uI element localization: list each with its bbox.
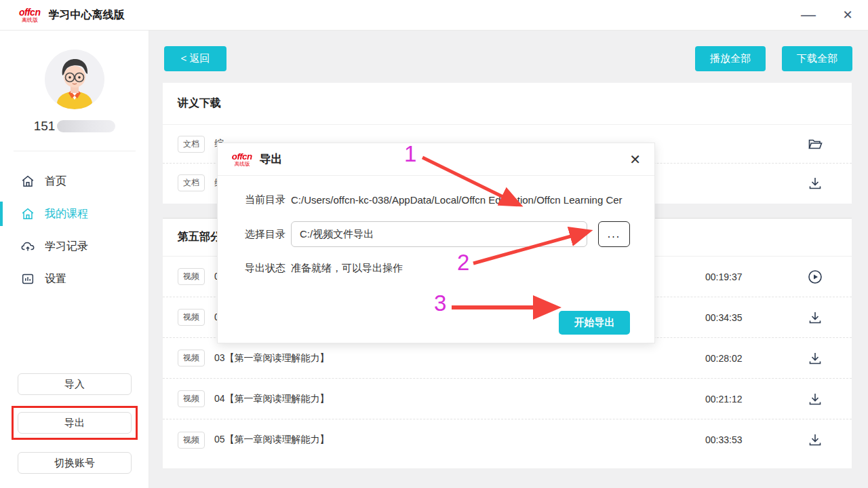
home-icon (20, 174, 35, 189)
play-circle-icon[interactable] (807, 269, 823, 285)
export-status-value: 准备就绪，可以导出操作 (291, 262, 403, 275)
video-label: 03【第一章阅读理解能力】 (214, 352, 705, 364)
avatar-illustration (45, 50, 104, 109)
video-duration: 00:28:02 (705, 353, 753, 364)
sidebar-item-settings[interactable]: 设置 (0, 263, 149, 295)
export-highlight-box: 导出 (12, 406, 138, 440)
import-button[interactable]: 导入 (18, 373, 132, 395)
video-badge: 视频 (178, 390, 205, 407)
sidebar-item-study-records[interactable]: 学习记录 (0, 230, 149, 263)
sidebar: 151 首页 我的课程 学习记录 (0, 31, 149, 488)
offcn-logo-text: offcn (232, 152, 252, 161)
user-phone: 151 (0, 119, 149, 134)
sidebar-item-label: 学习记录 (45, 240, 88, 254)
video-duration: 00:19:37 (705, 271, 753, 282)
video-duration: 00:33:53 (705, 434, 753, 445)
settings-panel-icon (20, 271, 35, 286)
select-directory-label: 选择目录 (245, 228, 288, 241)
app-title: 学习中心离线版 (48, 8, 124, 22)
titlebar: offcn 离线版 学习中心离线版 — ✕ (0, 0, 868, 31)
sidebar-item-label: 我的课程 (45, 207, 88, 221)
step-2-arrow (468, 224, 597, 271)
sidebar-divider (14, 151, 136, 151)
open-folder-icon[interactable] (807, 136, 823, 152)
home-icon-active (20, 206, 35, 221)
download-icon[interactable] (807, 391, 823, 407)
offcn-logo-subtext: 离线版 (234, 162, 250, 167)
video-badge: 视频 (178, 432, 205, 449)
sidebar-nav: 首页 我的课程 学习记录 设置 (0, 165, 149, 295)
switch-account-button[interactable]: 切换账号 (18, 452, 132, 474)
offcn-logo-text: offcn (19, 7, 40, 17)
dialog-close-icon[interactable]: ✕ (629, 153, 641, 166)
video-duration: 00:34:35 (705, 312, 753, 323)
step-1-arrow (417, 151, 526, 213)
step-1-number: 1 (404, 141, 416, 167)
offcn-logo-subtext: 离线版 (22, 18, 38, 23)
export-dialog-title: 导出 (259, 151, 282, 167)
app-window: offcn 离线版 学习中心离线版 — ✕ (0, 0, 868, 488)
step-3-arrow (448, 299, 559, 316)
video-badge: 视频 (178, 309, 205, 326)
download-icon[interactable] (807, 350, 823, 367)
export-button[interactable]: 导出 (18, 412, 132, 434)
play-all-button[interactable]: 播放全部 (695, 46, 766, 71)
download-icon[interactable] (807, 175, 823, 191)
handouts-header: 讲义下载 (163, 83, 852, 125)
step-3-number: 3 (434, 290, 446, 316)
browse-directory-button[interactable]: ... (598, 221, 630, 247)
sidebar-item-label: 设置 (45, 272, 66, 286)
sidebar-item-label: 首页 (45, 174, 66, 189)
video-row[interactable]: 视频 05【第一章阅读理解能力】 00:33:53 (163, 419, 852, 460)
sidebar-item-my-courses[interactable]: 我的课程 (0, 198, 149, 230)
phone-prefix: 151 (34, 119, 56, 134)
video-badge: 视频 (178, 268, 205, 285)
course-title: 第五部分 (178, 230, 221, 244)
minimize-icon[interactable]: — (800, 7, 816, 23)
doc-badge: 文档 (178, 136, 205, 153)
download-icon[interactable] (807, 432, 823, 448)
window-close-icon[interactable]: ✕ (840, 7, 856, 23)
sidebar-actions: 导入 导出 切换账号 (0, 373, 149, 474)
download-icon[interactable] (807, 309, 823, 326)
download-all-button[interactable]: 下载全部 (782, 46, 852, 71)
offcn-logo: offcn 离线版 (19, 7, 40, 23)
current-directory-label: 当前目录 (245, 193, 288, 206)
phone-redacted-mask (57, 120, 115, 132)
sidebar-item-home[interactable]: 首页 (0, 165, 149, 198)
video-duration: 00:21:12 (705, 394, 753, 405)
video-row[interactable]: 视频 03【第一章阅读理解能力】 00:28:02 (163, 338, 852, 379)
video-label: 04【第一章阅读理解能力】 (214, 393, 705, 405)
start-export-button[interactable]: 开始导出 (559, 311, 630, 335)
handouts-title: 讲义下载 (178, 96, 221, 111)
offcn-logo: offcn 离线版 (232, 152, 252, 167)
doc-badge: 文档 (178, 174, 205, 191)
back-button[interactable]: < 返回 (164, 46, 226, 71)
avatar (45, 50, 104, 109)
cloud-upload-icon (20, 239, 35, 254)
video-row[interactable]: 视频 04【第一章阅读理解能力】 00:21:12 (163, 379, 852, 419)
video-badge: 视频 (178, 350, 205, 367)
export-status-label: 导出状态 (245, 262, 288, 275)
video-label: 05【第一章阅读理解能力】 (214, 434, 705, 446)
